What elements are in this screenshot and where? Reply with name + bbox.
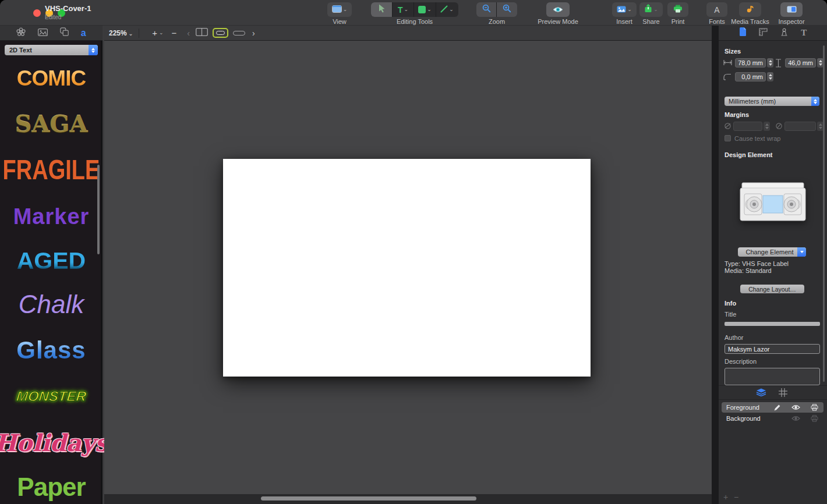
style-item-aged[interactable]: AGED xyxy=(0,244,103,278)
horizontal-scrollbar-thumb[interactable] xyxy=(261,496,476,501)
zoom-level-dropdown[interactable]: 225%⌄ xyxy=(109,29,133,37)
margin-stepper-1[interactable] xyxy=(764,122,770,131)
layer-print-icon[interactable] xyxy=(805,404,824,411)
page-setup-tab[interactable] xyxy=(739,27,747,38)
add-page-button[interactable]: + xyxy=(152,28,157,38)
divider xyxy=(719,399,827,400)
chevron-down-icon: ⌄ xyxy=(449,7,454,12)
remove-layer-button[interactable]: − xyxy=(734,492,738,502)
chevron-down-icon[interactable]: ⌄ xyxy=(159,30,164,36)
height-field[interactable]: 46,0 mm xyxy=(785,58,816,68)
images-tab[interactable] xyxy=(38,28,48,38)
eye-icon xyxy=(553,5,563,15)
width-stepper[interactable] xyxy=(767,58,773,68)
text-settings-tab[interactable]: T xyxy=(801,29,807,37)
layer-row-foreground[interactable]: Foreground xyxy=(722,402,824,413)
text-styles-gallery: 2D Text COMIC SAGA FRAGILE Marker AGED C… xyxy=(0,41,103,504)
label-page[interactable] xyxy=(223,159,591,377)
clipart-tab[interactable] xyxy=(16,27,26,39)
corner-radius-field[interactable]: 0,0 mm xyxy=(735,72,766,81)
units-dropdown[interactable]: Millimeters (mm) xyxy=(724,97,819,106)
style-item-glass[interactable]: Glass xyxy=(0,333,103,367)
rulers-tab[interactable] xyxy=(759,28,768,38)
label-shape-icon xyxy=(216,31,225,35)
layers-tab[interactable] xyxy=(756,388,766,397)
next-page-button[interactable]: › xyxy=(252,29,255,37)
add-layer-button[interactable]: + xyxy=(723,492,728,502)
view-button[interactable]: ⌄ View xyxy=(326,2,353,25)
inspector-panel: Sizes 78,0 mm 46,0 mm 0,0 mm Millimeters… xyxy=(719,41,827,504)
corner-radius-stepper[interactable] xyxy=(767,72,773,81)
grid-tab[interactable] xyxy=(779,388,787,398)
style-item-chalk[interactable]: Chalk xyxy=(0,288,103,321)
horizontal-margin-icon xyxy=(724,122,731,131)
remove-page-button[interactable]: − xyxy=(172,28,177,38)
chevron-down-icon: ⌄ xyxy=(343,7,348,12)
fonts-button[interactable]: A Fonts xyxy=(706,2,728,25)
canvas-area[interactable] xyxy=(104,41,712,504)
app-window: VHS-Cover-1 Edited ⌄ View T xyxy=(0,0,827,504)
dropdown-stepper-icon xyxy=(811,97,819,106)
line-tool-button[interactable]: ⌄ xyxy=(436,2,458,17)
width-field[interactable]: 78,0 mm xyxy=(735,58,766,68)
description-field[interactable] xyxy=(724,368,820,385)
zoom-in-button[interactable] xyxy=(497,2,517,17)
style-item-saga[interactable]: SAGA xyxy=(0,107,103,140)
style-item-monster[interactable]: MONSTER xyxy=(0,385,103,408)
cause-text-wrap-label: Cause text wrap xyxy=(734,135,780,142)
info-heading: Info xyxy=(724,300,736,307)
strip-view-icon[interactable] xyxy=(233,31,245,36)
layer-row-background[interactable]: Background xyxy=(722,413,824,424)
change-layout-button[interactable]: Change Layout… xyxy=(740,285,804,293)
style-item-holidays[interactable]: Holidays xyxy=(0,425,103,459)
inspector-icon xyxy=(787,5,797,15)
margin-field-2[interactable] xyxy=(784,122,816,131)
shape-tool-icon xyxy=(418,6,426,13)
corner-radius-icon xyxy=(723,73,731,81)
cause-text-wrap-checkbox[interactable] xyxy=(724,135,731,141)
media-tracks-button[interactable]: Media Tracks xyxy=(729,2,771,25)
close-window-button[interactable] xyxy=(33,9,41,17)
prev-page-button[interactable]: ‹ xyxy=(187,29,190,37)
layer-print-icon[interactable] xyxy=(805,415,824,422)
media-tracks-icon xyxy=(745,5,755,15)
gallery-tabs: a xyxy=(0,26,103,41)
preview-mode-button[interactable]: Preview Mode xyxy=(536,2,580,25)
inspector-button[interactable]: Inspector xyxy=(776,2,807,25)
shapes-tab[interactable] xyxy=(60,27,69,38)
gallery-category-dropdown[interactable]: 2D Text xyxy=(5,45,98,55)
text-styles-tab[interactable]: a xyxy=(81,29,86,38)
select-tool-button[interactable] xyxy=(371,2,393,17)
label-view-selected[interactable] xyxy=(213,28,228,38)
inspector-scrollbar[interactable] xyxy=(823,45,825,382)
edit-layer-icon[interactable] xyxy=(768,404,786,411)
style-item-marker[interactable]: Marker xyxy=(0,200,103,233)
titlebar: VHS-Cover-1 Edited ⌄ View T xyxy=(0,0,827,26)
vhs-cassette-preview[interactable] xyxy=(740,182,806,222)
divider xyxy=(719,385,827,386)
share-button[interactable]: ⌄ Share xyxy=(639,2,663,25)
title-label: Title xyxy=(724,311,736,318)
clamp-tab[interactable] xyxy=(780,28,789,38)
chevron-down-icon: ⌄ xyxy=(653,7,658,12)
zoom-out-button[interactable] xyxy=(476,2,497,17)
insert-button[interactable]: ⌄ Insert xyxy=(612,2,637,25)
view-icon xyxy=(332,5,342,15)
spread-view-icon[interactable] xyxy=(196,28,208,38)
style-item-paper[interactable]: Paper xyxy=(0,470,103,504)
shape-tool-button[interactable]: ⌄ xyxy=(414,2,436,17)
chevron-down-icon: ⌄ xyxy=(427,7,432,12)
horizontal-scrollbar-track xyxy=(104,494,712,504)
change-element-dropdown[interactable]: Change Element xyxy=(738,247,806,257)
margin-field-1[interactable] xyxy=(733,122,762,131)
style-item-fragile[interactable]: FRAGILE xyxy=(0,153,103,187)
style-item-comic[interactable]: COMIC xyxy=(0,62,103,95)
print-button[interactable]: Print xyxy=(666,2,690,25)
layer-visibility-icon[interactable] xyxy=(786,416,805,421)
text-tool-button[interactable]: T ⌄ xyxy=(393,2,414,17)
line-tool-icon xyxy=(440,5,448,15)
gallery-scrollbar[interactable] xyxy=(97,165,100,254)
layer-visibility-icon[interactable] xyxy=(786,404,805,410)
title-field[interactable] xyxy=(724,322,820,326)
author-field[interactable]: Maksym Lazor xyxy=(724,344,820,354)
